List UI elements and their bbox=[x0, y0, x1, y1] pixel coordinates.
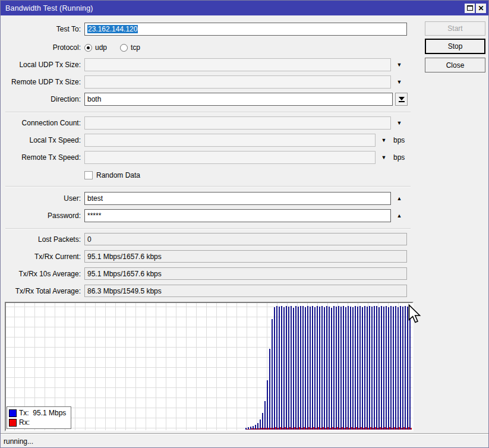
user-input[interactable]: btest bbox=[84, 192, 391, 205]
maximize-button[interactable] bbox=[465, 4, 475, 13]
direction-label: Direction: bbox=[1, 95, 84, 103]
direction-value: both bbox=[87, 95, 101, 103]
row-remote-tx-speed: Remote Tx Speed: ▼ bps bbox=[1, 151, 405, 164]
status-text: running... bbox=[4, 437, 33, 446]
protocol-tcp-radio[interactable] bbox=[120, 44, 128, 52]
connection-count-input[interactable] bbox=[84, 116, 391, 130]
bandwidth-chart: Tx: 95.1 Mbps Rx: bbox=[5, 302, 414, 431]
row-test-to: Test To: 23.162.144.120 bbox=[1, 23, 407, 36]
password-input[interactable]: ***** bbox=[84, 209, 391, 222]
remote-tx-speed-label: Remote Tx Speed: bbox=[1, 153, 84, 162]
local-tx-speed-unit: bps bbox=[393, 136, 405, 144]
txrx-current-value: 95.1 Mbps/1657.6 kbps bbox=[87, 253, 162, 261]
rx-swatch-icon bbox=[9, 419, 17, 427]
legend-rx-text: Rx: bbox=[19, 418, 30, 427]
row-connection-count: Connection Count: ▼ bbox=[1, 116, 406, 130]
password-label: Password: bbox=[1, 212, 84, 220]
remote-tx-speed-input[interactable] bbox=[84, 151, 376, 164]
maximize-icon bbox=[467, 5, 473, 11]
txrx-10s-average-label: Tx/Rx 10s Average: bbox=[1, 270, 84, 278]
window-title: Bandwidth Test (Running) bbox=[5, 4, 463, 12]
test-to-input[interactable]: 23.162.144.120 bbox=[84, 23, 407, 36]
user-label: User: bbox=[1, 194, 84, 203]
status-bar: running... bbox=[1, 433, 488, 448]
random-data-label[interactable]: Random Data bbox=[96, 171, 140, 179]
row-direction: Direction: both bbox=[1, 93, 408, 106]
row-protocol: Protocol: udp tcp bbox=[1, 43, 153, 52]
connection-count-dropdown-icon[interactable]: ▼ bbox=[392, 120, 406, 126]
row-remote-udp-tx-size: Remote UDP Tx Size: ▼ bbox=[1, 75, 406, 89]
random-data-checkbox[interactable] bbox=[84, 171, 93, 179]
row-local-tx-speed: Local Tx Speed: ▼ bps bbox=[1, 134, 405, 147]
separator bbox=[5, 112, 411, 113]
separator bbox=[5, 186, 411, 187]
close-button[interactable]: Close bbox=[425, 58, 485, 72]
close-window-button[interactable]: ✕ bbox=[476, 4, 486, 13]
row-user: User: btest ▲ bbox=[1, 192, 406, 205]
dropdown-arrow-icon bbox=[399, 97, 405, 100]
close-icon: ✕ bbox=[478, 5, 484, 12]
protocol-udp-label[interactable]: udp bbox=[95, 43, 107, 52]
txrx-total-average-field: 86.3 Mbps/1549.5 kbps bbox=[84, 285, 407, 297]
local-udp-tx-size-dropdown-icon[interactable]: ▼ bbox=[392, 62, 406, 68]
test-to-label: Test To: bbox=[1, 25, 84, 33]
protocol-udp-radio[interactable] bbox=[84, 44, 92, 52]
local-udp-tx-size-input[interactable] bbox=[84, 58, 391, 71]
remote-tx-speed-unit: bps bbox=[393, 153, 405, 162]
row-txrx-current: Tx/Rx Current: 95.1 Mbps/1657.6 kbps bbox=[1, 250, 407, 263]
chart-legend: Tx: 95.1 Mbps Rx: bbox=[7, 406, 71, 429]
connection-count-label: Connection Count: bbox=[1, 119, 84, 127]
protocol-label: Protocol: bbox=[1, 43, 84, 52]
row-txrx-10s-average: Tx/Rx 10s Average: 95.1 Mbps/1657.6 kbps bbox=[1, 267, 407, 280]
chart-bars bbox=[245, 305, 412, 430]
row-random-data: Random Data bbox=[1, 171, 140, 179]
remote-udp-tx-size-dropdown-icon[interactable]: ▼ bbox=[392, 79, 406, 85]
user-collapse-icon[interactable]: ▲ bbox=[392, 195, 406, 201]
bandwidth-test-window: Bandwidth Test (Running) ✕ Test To: 23.1… bbox=[0, 0, 489, 448]
local-tx-speed-input[interactable] bbox=[84, 134, 376, 147]
legend-rx-row: Rx: bbox=[9, 418, 66, 427]
separator bbox=[5, 228, 411, 229]
direction-input[interactable]: both bbox=[84, 93, 393, 106]
txrx-10s-average-value: 95.1 Mbps/1657.6 kbps bbox=[87, 270, 162, 278]
direction-dropdown-button[interactable] bbox=[395, 93, 408, 106]
chart-bar bbox=[409, 305, 412, 430]
remote-udp-tx-size-label: Remote UDP Tx Size: bbox=[1, 78, 84, 86]
password-value: ***** bbox=[87, 212, 101, 220]
password-collapse-icon[interactable]: ▲ bbox=[392, 213, 406, 219]
start-button[interactable]: Start bbox=[425, 21, 485, 36]
local-tx-speed-dropdown-icon[interactable]: ▼ bbox=[377, 137, 391, 143]
txrx-10s-average-field: 95.1 Mbps/1657.6 kbps bbox=[84, 267, 407, 280]
dropdown-bar-icon bbox=[399, 101, 405, 102]
lost-packets-value: 0 bbox=[87, 235, 92, 244]
txrx-total-average-label: Tx/Rx Total Average: bbox=[1, 287, 84, 295]
legend-tx-row: Tx: 95.1 Mbps bbox=[9, 408, 66, 418]
lost-packets-label: Lost Packets: bbox=[1, 235, 84, 244]
txrx-current-field: 95.1 Mbps/1657.6 kbps bbox=[84, 250, 407, 263]
stop-button[interactable]: Stop bbox=[425, 39, 485, 54]
local-udp-tx-size-label: Local UDP Tx Size: bbox=[1, 61, 84, 69]
tx-swatch-icon bbox=[9, 409, 17, 417]
row-lost-packets: Lost Packets: 0 bbox=[1, 233, 407, 245]
titlebar[interactable]: Bandwidth Test (Running) ✕ bbox=[1, 1, 488, 15]
row-password: Password: ***** ▲ bbox=[1, 209, 406, 222]
user-value: btest bbox=[87, 194, 103, 203]
remote-udp-tx-size-input[interactable] bbox=[84, 75, 391, 89]
txrx-total-average-value: 86.3 Mbps/1549.5 kbps bbox=[87, 287, 162, 295]
txrx-current-label: Tx/Rx Current: bbox=[1, 253, 84, 261]
remote-tx-speed-dropdown-icon[interactable]: ▼ bbox=[377, 154, 391, 160]
row-local-udp-tx-size: Local UDP Tx Size: ▼ bbox=[1, 58, 406, 71]
test-to-selected-text: 23.162.144.120 bbox=[87, 25, 138, 33]
row-txrx-total-average: Tx/Rx Total Average: 86.3 Mbps/1549.5 kb… bbox=[1, 285, 407, 297]
local-tx-speed-label: Local Tx Speed: bbox=[1, 136, 84, 144]
lost-packets-field: 0 bbox=[84, 233, 407, 245]
protocol-tcp-label[interactable]: tcp bbox=[131, 43, 140, 52]
legend-tx-text: Tx: 95.1 Mbps bbox=[19, 409, 66, 417]
